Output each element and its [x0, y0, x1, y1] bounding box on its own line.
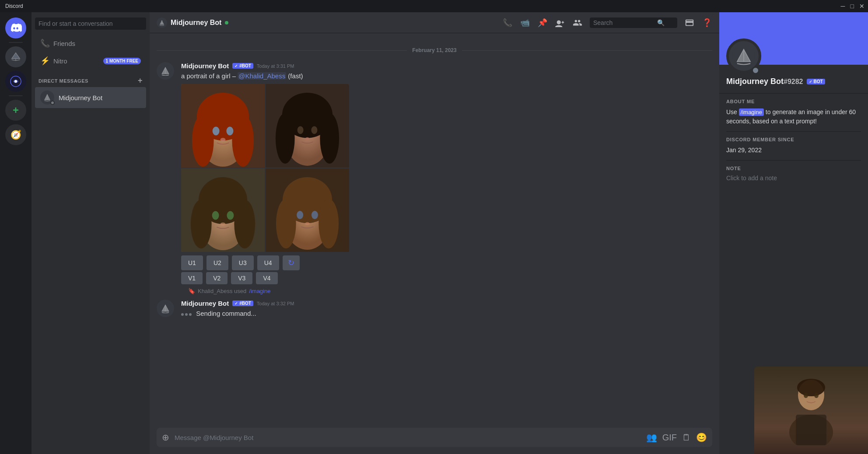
imagine-command: /imagine — [249, 288, 270, 294]
pinned-messages-icon[interactable]: 📌 — [537, 17, 548, 28]
message-body-1: a portrait of a girl – — [181, 72, 238, 80]
svg-point-34 — [276, 199, 296, 248]
date-text: February 11, 2023 — [412, 47, 456, 53]
image-grid[interactable] — [181, 84, 349, 252]
refresh-icon: ↻ — [288, 258, 294, 268]
message-avatar-1 — [157, 62, 174, 80]
bookmark-icon: 🔖 — [188, 288, 195, 294]
hide-member-list-icon[interactable] — [572, 17, 583, 28]
video-feed — [754, 367, 868, 454]
bot-label: #BOT — [239, 63, 251, 68]
channel-header-left: Midjourney Bot — [157, 17, 497, 28]
v3-button[interactable]: V3 — [231, 272, 252, 284]
message-input[interactable] — [175, 429, 641, 447]
messages-area[interactable]: February 11, 2023 Midjourney Bot — [150, 33, 719, 428]
profile-header-banner — [719, 12, 868, 65]
dm-item-midjourney[interactable]: Midjourney Bot — [35, 87, 146, 108]
profile-verified-icon: ✓ — [809, 80, 812, 84]
image-cell-2[interactable] — [266, 84, 349, 168]
add-friend-icon[interactable] — [555, 17, 565, 28]
svg-point-22 — [305, 137, 310, 140]
message-input-box: ⊕ 👥 GIF 🗒 😊 — [157, 428, 712, 447]
date-divider: February 11, 2023 — [150, 44, 719, 57]
v1-button[interactable]: V1 — [181, 272, 203, 284]
window-controls[interactable]: ─ □ ✕ — [841, 3, 864, 10]
svg-rect-46 — [796, 415, 826, 445]
gif-icon[interactable]: GIF — [662, 433, 677, 443]
emoji-icon[interactable]: 👥 — [646, 432, 657, 443]
u3-button[interactable]: U3 — [232, 255, 254, 270]
minimize-button[interactable]: ─ — [841, 3, 845, 10]
dot-1 — [181, 313, 184, 316]
svg-point-19 — [320, 113, 339, 164]
message-group-2: Midjourney Bot ✓ #BOT Today at 3:32 PM — [150, 298, 719, 320]
portrait-image-4 — [266, 168, 349, 252]
server-icon-boat[interactable] — [5, 46, 26, 67]
member-since-date: Jan 29, 2022 — [726, 146, 861, 155]
member-since-title: DISCORD MEMBER SINCE — [726, 137, 861, 142]
message-time-2: Today at 3:32 PM — [257, 301, 294, 306]
refresh-button[interactable]: ↻ — [283, 255, 300, 270]
search-input[interactable] — [35, 17, 146, 30]
sidebar-item-friends[interactable]: 📞 Friends — [35, 35, 146, 52]
used-imagine-note: 🔖 Khalid_Abess used /imagine — [181, 286, 719, 294]
status-indicator — [50, 101, 55, 105]
profile-name-row: Midjourney Bot#9282 ✓ BOT — [726, 77, 861, 86]
channel-sidebar: 📞 Friends ⚡ Nitro 1 MONTH FREE DIRECT ME… — [32, 12, 150, 454]
call-icon[interactable]: 📞 — [502, 17, 513, 28]
online-status-indicator — [225, 21, 228, 24]
sticker-icon[interactable]: 🗒 — [682, 433, 691, 443]
nitro-label: Nitro — [53, 57, 67, 65]
profile-bot-label: BOT — [814, 79, 823, 84]
search-bar[interactable]: 🔍 — [590, 17, 677, 28]
message-text-1: a portrait of a girl – @Khalid_Abess (fa… — [181, 71, 712, 80]
nitro-badge: 1 MONTH FREE — [103, 58, 141, 64]
server-icon-home[interactable] — [5, 17, 26, 38]
u2-button[interactable]: U2 — [206, 255, 228, 270]
video-icon[interactable]: 📹 — [520, 17, 530, 28]
svg-point-36 — [297, 211, 303, 219]
note-title: NOTE — [726, 166, 861, 171]
u1-button[interactable]: U1 — [181, 255, 203, 270]
bot-label-2: #BOT — [239, 301, 251, 306]
dm-item-label: Midjourney Bot — [59, 94, 102, 101]
message-content-2: Midjourney Bot ✓ #BOT Today at 3:32 PM — [181, 300, 712, 318]
close-button[interactable]: ✕ — [859, 3, 864, 10]
portrait-image-1 — [181, 84, 265, 168]
sidebar-item-nitro[interactable]: ⚡ Nitro 1 MONTH FREE — [35, 52, 146, 69]
explore-button[interactable]: 🧭 — [5, 124, 26, 145]
note-input[interactable]: Click to add a note — [726, 175, 861, 182]
image-cell-1[interactable] — [181, 84, 265, 168]
add-dm-button[interactable]: + — [138, 76, 143, 85]
v2-button[interactable]: V2 — [206, 272, 228, 284]
add-server-button[interactable]: + — [5, 100, 26, 121]
message-text-2: Sending command... — [181, 309, 712, 318]
imagine-highlight: /imagine — [739, 108, 764, 116]
server-icon-ai[interactable] — [5, 71, 26, 92]
header-search-input[interactable] — [593, 19, 654, 26]
svg-point-37 — [312, 211, 318, 219]
channel-avatar — [157, 17, 167, 28]
attachment-icon[interactable]: ⊕ — [162, 432, 169, 443]
main-content: Midjourney Bot 📞 📹 📌 — [150, 12, 719, 454]
v4-button[interactable]: V4 — [256, 272, 277, 284]
svg-point-28 — [212, 211, 219, 220]
image-cell-4[interactable] — [266, 168, 349, 252]
message-time-1: Today at 3:31 PM — [257, 63, 294, 69]
image-cell-3[interactable] — [181, 168, 265, 252]
user-mention: @Khalid_Abess — [238, 72, 286, 80]
title-bar: Discord ─ □ ✕ — [0, 0, 868, 12]
inbox-icon[interactable] — [684, 17, 695, 28]
help-icon[interactable]: ❓ — [702, 17, 712, 28]
svg-point-27 — [234, 200, 255, 248]
u4-button[interactable]: U4 — [257, 255, 279, 270]
emoji-picker-icon[interactable]: 😊 — [696, 432, 707, 443]
svg-point-12 — [213, 126, 220, 135]
maximize-button[interactable]: □ — [850, 3, 854, 10]
message-group-1: Midjourney Bot ✓ #BOT Today at 3:31 PM a… — [150, 60, 719, 286]
dm-search-container — [32, 12, 150, 35]
about-section: ABOUT ME Use /imagine to generate an ima… — [719, 94, 868, 131]
bot-badge-1: ✓ #BOT — [232, 63, 253, 69]
midjourney-bot-avatar — [40, 91, 54, 105]
verified-check-icon-2: ✓ — [234, 301, 238, 306]
